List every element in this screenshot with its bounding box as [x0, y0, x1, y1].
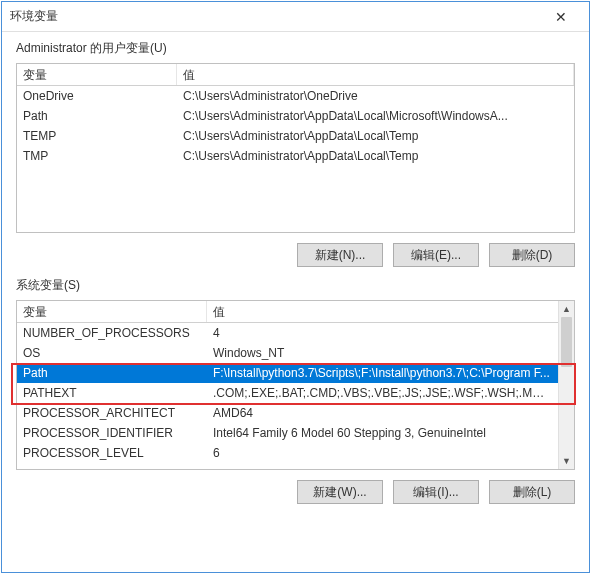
system-vars-label: 系统变量(S) [16, 277, 575, 294]
close-icon: ✕ [555, 9, 567, 25]
user-vars-label: Administrator 的用户变量(U) [16, 40, 575, 57]
scroll-track[interactable] [559, 317, 574, 453]
cell-value: C:\Users\Administrator\AppData\Local\Tem… [177, 127, 574, 145]
user-vars-group: Administrator 的用户变量(U) 变量 值 OneDrive C:\… [16, 40, 575, 267]
user-delete-button[interactable]: 删除(D) [489, 243, 575, 267]
table-row[interactable]: PROCESSOR_IDENTIFIER Intel64 Family 6 Mo… [17, 423, 558, 443]
cell-value: C:\Users\Administrator\AppData\Local\Mic… [177, 107, 574, 125]
scroll-thumb[interactable] [561, 317, 572, 367]
col-header-value[interactable]: 值 [177, 64, 574, 85]
table-row[interactable]: PATHEXT .COM;.EXE;.BAT;.CMD;.VBS;.VBE;.J… [17, 383, 558, 403]
cell-value: 4 [207, 324, 558, 342]
cell-name: PROCESSOR_ARCHITECT [17, 404, 207, 422]
system-vars-body: NUMBER_OF_PROCESSORS 4 OS Windows_NT Pat… [17, 323, 574, 463]
cell-name: TEMP [17, 127, 177, 145]
col-header-name[interactable]: 变量 [17, 301, 207, 322]
cell-value: C:\Users\Administrator\OneDrive [177, 87, 574, 105]
cell-name: PROCESSOR_LEVEL [17, 444, 207, 462]
user-vars-buttons: 新建(N)... 编辑(E)... 删除(D) [16, 243, 575, 267]
system-vars-buttons: 新建(W)... 编辑(I)... 删除(L) [16, 480, 575, 504]
close-button[interactable]: ✕ [541, 3, 581, 31]
user-edit-button[interactable]: 编辑(E)... [393, 243, 479, 267]
table-row[interactable]: PROCESSOR_ARCHITECT AMD64 [17, 403, 558, 423]
scrollbar[interactable]: ▲ ▼ [558, 301, 574, 469]
cell-value: Windows_NT [207, 344, 558, 362]
cell-value: 6 [207, 444, 558, 462]
table-row-selected[interactable]: Path F:\Install\python3.7\Scripts\;F:\In… [17, 363, 558, 383]
cell-name: NUMBER_OF_PROCESSORS [17, 324, 207, 342]
system-edit-button[interactable]: 编辑(I)... [393, 480, 479, 504]
cell-name: PATHEXT [17, 384, 207, 402]
cell-value: C:\Users\Administrator\AppData\Local\Tem… [177, 147, 574, 165]
cell-name: OneDrive [17, 87, 177, 105]
cell-name: Path [17, 364, 207, 382]
cell-name: PROCESSOR_IDENTIFIER [17, 424, 207, 442]
window-title: 环境变量 [10, 8, 541, 25]
table-row[interactable]: NUMBER_OF_PROCESSORS 4 [17, 323, 558, 343]
user-new-button[interactable]: 新建(N)... [297, 243, 383, 267]
table-row[interactable]: TEMP C:\Users\Administrator\AppData\Loca… [17, 126, 574, 146]
system-delete-button[interactable]: 删除(L) [489, 480, 575, 504]
col-header-value[interactable]: 值 [207, 301, 574, 322]
scroll-up-icon[interactable]: ▲ [559, 301, 574, 317]
env-vars-dialog: 环境变量 ✕ Administrator 的用户变量(U) 变量 值 OneDr… [1, 1, 590, 573]
titlebar: 环境变量 ✕ [2, 2, 589, 32]
cell-name: OS [17, 344, 207, 362]
cell-name: Path [17, 107, 177, 125]
col-header-name[interactable]: 变量 [17, 64, 177, 85]
cell-value: AMD64 [207, 404, 558, 422]
table-row[interactable]: Path C:\Users\Administrator\AppData\Loca… [17, 106, 574, 126]
table-row[interactable]: PROCESSOR_LEVEL 6 [17, 443, 558, 463]
user-vars-listbox[interactable]: 变量 值 OneDrive C:\Users\Administrator\One… [16, 63, 575, 233]
table-row[interactable]: OS Windows_NT [17, 343, 558, 363]
cell-value: .COM;.EXE;.BAT;.CMD;.VBS;.VBE;.JS;.JSE;.… [207, 384, 558, 402]
table-row[interactable]: TMP C:\Users\Administrator\AppData\Local… [17, 146, 574, 166]
dialog-content: Administrator 的用户变量(U) 变量 值 OneDrive C:\… [2, 32, 589, 572]
scroll-down-icon[interactable]: ▼ [559, 453, 574, 469]
system-vars-listbox[interactable]: 变量 值 NUMBER_OF_PROCESSORS 4 OS Windows_N… [16, 300, 575, 470]
cell-name: TMP [17, 147, 177, 165]
system-new-button[interactable]: 新建(W)... [297, 480, 383, 504]
cell-value: F:\Install\python3.7\Scripts\;F:\Install… [207, 364, 558, 382]
user-vars-header: 变量 值 [17, 64, 574, 86]
system-vars-group: 系统变量(S) 变量 值 NUMBER_OF_PROCESSORS 4 OS W… [16, 277, 575, 504]
table-row[interactable]: OneDrive C:\Users\Administrator\OneDrive [17, 86, 574, 106]
user-vars-body: OneDrive C:\Users\Administrator\OneDrive… [17, 86, 574, 166]
cell-value: Intel64 Family 6 Model 60 Stepping 3, Ge… [207, 424, 558, 442]
system-vars-header: 变量 值 [17, 301, 574, 323]
